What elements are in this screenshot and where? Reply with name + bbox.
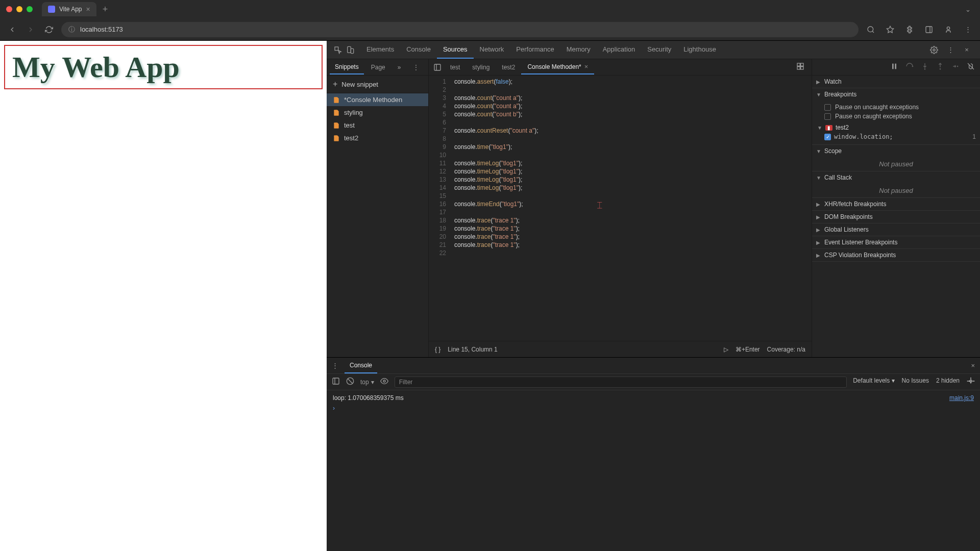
console-prompt[interactable]: › (333, 403, 974, 414)
svg-point-17 (924, 69, 925, 69)
clear-console-icon[interactable] (346, 377, 354, 387)
console-close-icon[interactable]: × (971, 362, 975, 369)
more-icon[interactable]: ⋮ (408, 61, 424, 74)
watch-section[interactable]: ▶Watch (812, 76, 980, 88)
snippet-item[interactable]: test (327, 119, 428, 132)
editor-tab[interactable]: test2 (496, 60, 521, 74)
more-tabs-icon[interactable]: » (393, 61, 406, 74)
pretty-print-icon[interactable]: { } (435, 346, 440, 353)
new-snippet-label: New snippet (341, 81, 378, 88)
devtools-tab-console[interactable]: Console (400, 41, 437, 59)
step-out-icon[interactable] (936, 62, 944, 72)
forward-button[interactable] (24, 23, 37, 36)
step-into-icon[interactable] (921, 62, 929, 72)
console-sidebar-toggle-icon[interactable] (332, 377, 340, 387)
svg-rect-14 (892, 64, 894, 69)
issues-indicator[interactable]: No Issues (902, 377, 929, 387)
snippet-item[interactable]: styling (327, 106, 428, 119)
run-icon[interactable]: ▷ (724, 346, 728, 353)
filter-input[interactable]: Filter (395, 377, 847, 388)
pause-caught-checkbox[interactable]: Pause on caught exceptions (824, 112, 976, 121)
subtab-snippets[interactable]: Snippets (330, 60, 364, 74)
browser-tab-title: Vite App (59, 6, 82, 13)
callstack-section[interactable]: ▼Call Stack (812, 171, 980, 184)
devtools-tab-memory[interactable]: Memory (560, 41, 597, 59)
devtools-tab-performance[interactable]: Performance (510, 41, 560, 59)
more-icon[interactable]: ⋮ (945, 45, 955, 55)
close-devtools-icon[interactable]: × (962, 45, 972, 55)
window-minimize-button[interactable] (16, 6, 22, 12)
devtools-tab-network[interactable]: Network (474, 41, 510, 59)
sidepanel-icon[interactable] (923, 23, 935, 36)
breakpoint-item[interactable]: ✓window.location;1 (824, 132, 976, 141)
device-toggle-icon[interactable] (345, 45, 355, 55)
snippet-icon (333, 122, 340, 129)
pause-icon[interactable] (890, 62, 898, 72)
window-close-button[interactable] (6, 6, 12, 12)
deactivate-breakpoints-icon[interactable] (967, 62, 975, 72)
url-bar[interactable]: ⓘ localhost:5173 (61, 22, 859, 37)
context-selector[interactable]: top▾ (360, 379, 374, 386)
snippet-item[interactable]: *Console Methoden (327, 93, 428, 106)
editor-tab[interactable]: styling (466, 60, 496, 74)
message-source-link[interactable]: main.js:9 (949, 394, 974, 402)
page-title: My Web App (4, 45, 323, 89)
browser-tab[interactable]: Vite App × (42, 2, 96, 16)
extensions-icon[interactable] (903, 23, 916, 36)
settings-icon[interactable] (929, 45, 939, 55)
bookmark-icon[interactable] (884, 23, 896, 36)
snippet-item[interactable]: test2 (327, 132, 428, 144)
close-tab-icon[interactable]: × (584, 63, 589, 70)
svg-rect-20 (333, 378, 339, 384)
zoom-icon[interactable] (865, 23, 877, 36)
debugger-pane: ▶Watch ▼Breakpoints Pause on uncaught ex… (812, 59, 980, 357)
devtools-tab-application[interactable]: Application (597, 41, 642, 59)
devtools-tab-sources[interactable]: Sources (437, 41, 474, 59)
inspect-icon[interactable] (333, 45, 343, 55)
console-tab[interactable]: Console (345, 358, 377, 373)
breakpoint-group[interactable]: ▼▮test2 (817, 123, 976, 132)
live-expression-icon[interactable] (380, 377, 388, 387)
subtab-page[interactable]: Page (366, 61, 390, 74)
format-icon[interactable] (796, 62, 804, 72)
breakpoints-section[interactable]: ▼Breakpoints (812, 88, 980, 101)
devtools-tabs: ElementsConsoleSourcesNetworkPerformance… (327, 41, 980, 59)
editor-tab[interactable]: test (444, 60, 466, 74)
global-section[interactable]: ▶Global Listeners (812, 223, 980, 236)
devtools-tab-lighthouse[interactable]: Lighthouse (677, 41, 722, 59)
svg-point-18 (940, 69, 940, 69)
csp-section[interactable]: ▶CSP Violation Breakpoints (812, 249, 980, 261)
chevron-down-icon[interactable]: ⌄ (962, 3, 974, 15)
code-editor[interactable]: 12345678910111213141516171819202122 ⌶ co… (429, 76, 812, 341)
snippet-icon (333, 109, 340, 116)
log-levels-selector[interactable]: Default levels ▾ (853, 377, 894, 387)
menu-icon[interactable]: ⋮ (962, 23, 974, 36)
hidden-count[interactable]: 2 hidden (936, 377, 960, 387)
step-icon[interactable] (951, 62, 960, 72)
console-menu-icon[interactable]: ⋮ (332, 362, 338, 369)
new-tab-button[interactable]: + (99, 4, 112, 15)
svg-point-0 (868, 27, 873, 32)
console-settings-icon[interactable] (967, 377, 975, 387)
page-viewport: My Web App (0, 41, 327, 551)
site-info-icon[interactable]: ⓘ (68, 25, 75, 34)
tab-close-icon[interactable]: × (86, 5, 90, 13)
back-button[interactable] (6, 23, 18, 36)
window-maximize-button[interactable] (27, 6, 33, 12)
xhr-section[interactable]: ▶XHR/fetch Breakpoints (812, 198, 980, 210)
dom-section[interactable]: ▶DOM Breakpoints (812, 211, 980, 223)
new-snippet-button[interactable]: + New snippet (327, 76, 428, 93)
console-output[interactable]: loop: 1.070068359375 ms main.js:9 › (327, 390, 980, 551)
event-section[interactable]: ▶Event Listener Breakpoints (812, 236, 980, 248)
pause-uncaught-checkbox[interactable]: Pause on uncaught exceptions (824, 103, 976, 112)
profile-icon[interactable] (942, 23, 954, 36)
devtools-tab-security[interactable]: Security (641, 41, 677, 59)
plus-icon: + (333, 80, 337, 89)
devtools-tab-elements[interactable]: Elements (360, 41, 400, 59)
editor-tab[interactable]: Console Methoden*× (521, 60, 594, 74)
step-over-icon[interactable] (905, 62, 914, 72)
toggle-navigator-icon[interactable] (432, 63, 443, 71)
reload-button[interactable] (43, 23, 55, 36)
scope-section[interactable]: ▼Scope (812, 145, 980, 157)
text-cursor-icon: ⌶ (597, 201, 602, 209)
